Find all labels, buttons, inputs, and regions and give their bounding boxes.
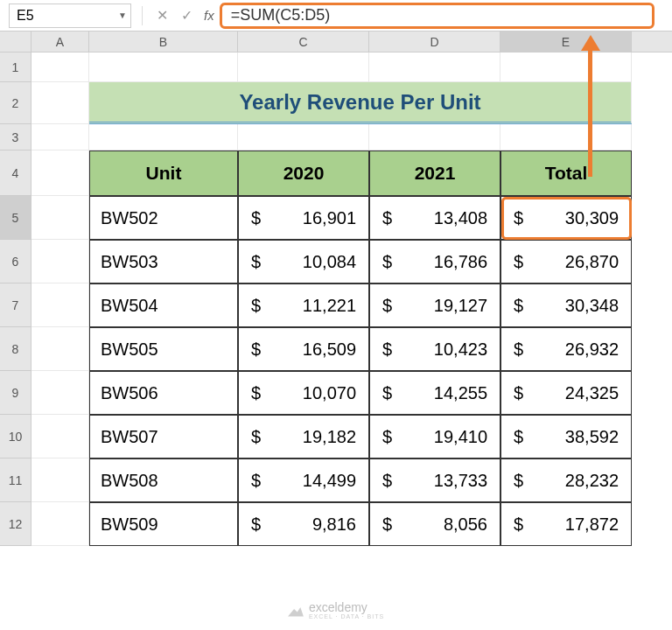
cell-unit-9[interactable]: BW506 <box>89 371 238 415</box>
cell-total-12[interactable]: $17,872 <box>500 502 632 546</box>
formula-text: =SUM(C5:D5) <box>231 6 331 24</box>
cancel-icon[interactable]: ✕ <box>150 4 174 28</box>
cell-A8[interactable] <box>32 327 89 371</box>
row-header-10[interactable]: 10 <box>0 415 32 458</box>
cell-total-10[interactable]: $38,592 <box>500 415 632 458</box>
cell-2021-6[interactable]: $16,786 <box>369 240 500 284</box>
cell-unit-5[interactable]: BW502 <box>89 196 238 240</box>
cell-2021-11[interactable]: $13,733 <box>369 458 500 502</box>
cell-B3[interactable] <box>89 124 238 150</box>
cell-total-5[interactable]: $30,309 <box>500 196 632 240</box>
cell-total-11[interactable]: $28,232 <box>500 458 632 502</box>
cell-A1[interactable] <box>32 52 89 82</box>
cell-2020-11[interactable]: $14,499 <box>238 458 369 502</box>
cell-2021-9[interactable]: $14,255 <box>369 371 500 415</box>
cell-A7[interactable] <box>32 284 89 327</box>
fx-icon[interactable]: fx <box>204 8 214 23</box>
row-header-11[interactable]: 11 <box>0 458 32 502</box>
cell-2021-7[interactable]: $19,127 <box>369 284 500 327</box>
cell-C1[interactable] <box>238 52 369 82</box>
row-headers: 1 2 3 4 5 6 7 8 9 10 11 12 <box>0 52 32 546</box>
cell-2020-5[interactable]: $16,901 <box>238 196 369 240</box>
cell-2020-12[interactable]: $9,816 <box>238 502 369 546</box>
cell-2021-5[interactable]: $13,408 <box>369 196 500 240</box>
cell-2020-6[interactable]: $10,084 <box>238 240 369 284</box>
cell-2020-9[interactable]: $10,070 <box>238 371 369 415</box>
cell-E1[interactable] <box>500 52 632 82</box>
cell-unit-11[interactable]: BW508 <box>89 458 238 502</box>
cell-A6[interactable] <box>32 240 89 284</box>
cell-unit-12[interactable]: BW509 <box>89 502 238 546</box>
header-2021[interactable]: 2021 <box>369 150 500 196</box>
cell-A10[interactable] <box>32 415 89 458</box>
cell-total-7[interactable]: $30,348 <box>500 284 632 327</box>
row-header-7[interactable]: 7 <box>0 284 32 327</box>
cell-B1[interactable] <box>89 52 238 82</box>
row-header-3[interactable]: 3 <box>0 124 32 150</box>
cell-2020-8[interactable]: $16,509 <box>238 327 369 371</box>
row-header-6[interactable]: 6 <box>0 240 32 284</box>
row-header-8[interactable]: 8 <box>0 327 32 371</box>
cell-E3[interactable] <box>500 124 632 150</box>
column-headers: A B C D E <box>0 32 672 52</box>
cell-A11[interactable] <box>32 458 89 502</box>
row-header-9[interactable]: 9 <box>0 371 32 415</box>
cell-unit-8[interactable]: BW505 <box>89 327 238 371</box>
cell-unit-7[interactable]: BW504 <box>89 284 238 327</box>
cell-unit-10[interactable]: BW507 <box>89 415 238 458</box>
title-cell[interactable]: Yearly Revenue Per Unit <box>89 82 632 124</box>
row-header-5[interactable]: 5 <box>0 196 32 240</box>
row-header-4[interactable]: 4 <box>0 150 32 196</box>
cell-A3[interactable] <box>32 124 89 150</box>
watermark: exceldemy EXCEL · DATA · BITS <box>288 601 384 620</box>
cell-D1[interactable] <box>369 52 500 82</box>
cells-area: Yearly Revenue Per Unit Unit 2020 2021 T… <box>32 52 632 546</box>
watermark-name: exceldemy <box>309 601 384 613</box>
cell-2021-8[interactable]: $10,423 <box>369 327 500 371</box>
cell-2021-12[interactable]: $8,056 <box>369 502 500 546</box>
cell-A9[interactable] <box>32 371 89 415</box>
row-header-12[interactable]: 12 <box>0 502 32 546</box>
cell-A4[interactable] <box>32 150 89 196</box>
col-header-B[interactable]: B <box>89 32 238 52</box>
cell-A5[interactable] <box>32 196 89 240</box>
header-total[interactable]: Total <box>500 150 632 196</box>
cell-total-8[interactable]: $26,932 <box>500 327 632 371</box>
cell-2020-7[interactable]: $11,221 <box>238 284 369 327</box>
col-header-C[interactable]: C <box>238 32 369 52</box>
chart-icon <box>288 605 304 617</box>
cell-A2[interactable] <box>32 82 89 124</box>
name-box-value: E5 <box>17 8 34 24</box>
watermark-sub: EXCEL · DATA · BITS <box>309 613 384 620</box>
cell-2021-10[interactable]: $19,410 <box>369 415 500 458</box>
formula-input[interactable]: =SUM(C5:D5) <box>220 3 654 29</box>
formula-bar: E5 ▼ ✕ ✓ fx =SUM(C5:D5) <box>0 0 672 32</box>
cell-A12[interactable] <box>32 502 89 546</box>
spreadsheet-grid: A B C D E 1 2 3 4 5 6 7 8 9 10 11 12 <box>0 32 672 546</box>
confirm-icon[interactable]: ✓ <box>174 4 199 28</box>
separator <box>142 6 143 25</box>
col-header-E[interactable]: E <box>500 32 632 52</box>
col-header-D[interactable]: D <box>369 32 500 52</box>
cell-total-9[interactable]: $24,325 <box>500 371 632 415</box>
header-unit[interactable]: Unit <box>89 150 238 196</box>
select-all-corner[interactable] <box>0 32 32 52</box>
cell-unit-6[interactable]: BW503 <box>89 240 238 284</box>
row-header-1[interactable]: 1 <box>0 52 32 82</box>
chevron-down-icon[interactable]: ▼ <box>118 10 127 20</box>
col-header-A[interactable]: A <box>32 32 89 52</box>
header-2020[interactable]: 2020 <box>238 150 369 196</box>
cell-2020-10[interactable]: $19,182 <box>238 415 369 458</box>
cell-total-6[interactable]: $26,870 <box>500 240 632 284</box>
cell-C3[interactable] <box>238 124 369 150</box>
cell-D3[interactable] <box>369 124 500 150</box>
row-header-2[interactable]: 2 <box>0 82 32 124</box>
name-box[interactable]: E5 ▼ <box>9 4 131 28</box>
